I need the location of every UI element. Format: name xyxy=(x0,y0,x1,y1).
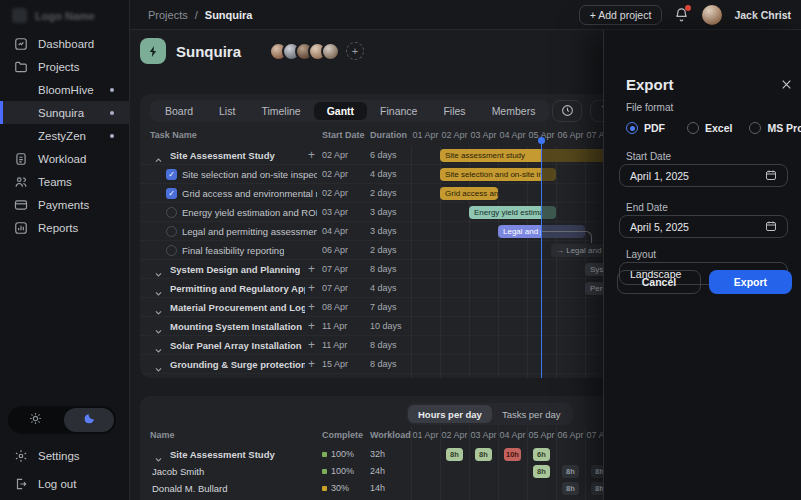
add-project-button[interactable]: + Add project xyxy=(579,5,663,25)
chevron-down-icon[interactable] xyxy=(154,284,163,293)
format-option-excel[interactable]: Excel xyxy=(687,122,732,134)
today-marker[interactable] xyxy=(538,137,545,144)
task-name: Legal and permitting assessment xyxy=(182,222,317,241)
breadcrumb-separator: / xyxy=(195,9,198,21)
hours-badge-green: 6h xyxy=(533,448,550,461)
chevron-down-icon[interactable] xyxy=(154,341,163,350)
task-duration: 3 days xyxy=(370,203,397,222)
task-name: Solar Panel Array Installation xyxy=(170,336,302,355)
task-name: Mounting System Installation xyxy=(170,317,302,336)
ghost-bar[interactable]: → Legal and permitting xyxy=(551,244,611,257)
chevron-down-icon[interactable] xyxy=(154,322,163,331)
light-mode-button[interactable] xyxy=(10,408,60,432)
plus-icon: + xyxy=(352,45,358,57)
logout-icon xyxy=(14,477,28,491)
checkbox-unchecked[interactable] xyxy=(166,245,177,256)
avatar[interactable] xyxy=(321,42,340,61)
radio-icon[interactable] xyxy=(626,122,638,134)
gantt-bar[interactable]: Energy yield estimation... xyxy=(469,206,556,219)
chevron-down-icon[interactable] xyxy=(154,265,163,274)
close-icon[interactable] xyxy=(780,77,793,90)
export-button[interactable]: Export xyxy=(709,270,792,294)
member-avatars[interactable] xyxy=(269,42,340,61)
task-start-date: 03 Apr xyxy=(322,203,348,222)
sidebar-item-label: Projects xyxy=(38,61,80,73)
checkbox-checked[interactable]: ✓ xyxy=(166,188,177,199)
chevron-down-icon[interactable] xyxy=(154,360,163,369)
dark-mode-button[interactable] xyxy=(64,408,114,432)
date-header: 01 Apr xyxy=(411,130,440,140)
app-logo: Logo Name xyxy=(12,8,95,23)
radio-icon[interactable] xyxy=(687,122,699,134)
add-subtask-button[interactable]: + xyxy=(308,146,315,165)
bar-label: Site assessment study xyxy=(440,149,542,162)
date-header: 02 Apr xyxy=(440,430,469,440)
chevron-up-icon[interactable] xyxy=(154,151,163,160)
user-avatar[interactable] xyxy=(702,5,722,25)
gantt-bar[interactable]: Site selection and on-site inspections xyxy=(440,168,556,181)
sidebar-item-dashboard[interactable]: Dashboard xyxy=(0,32,130,55)
project-dot xyxy=(110,88,114,92)
radio-icon[interactable] xyxy=(749,122,761,134)
add-subtask-button[interactable]: + xyxy=(308,355,315,374)
end-date-input[interactable]: April 5, 2025 xyxy=(619,215,788,238)
gantt-bar[interactable]: Site assessment study xyxy=(440,149,614,162)
task-name: Final feasibility reporting xyxy=(182,241,284,260)
bar-label: Site selection and on-site inspections xyxy=(440,168,542,181)
column-header-workload: Workload xyxy=(370,430,411,440)
add-subtask-button[interactable]: + xyxy=(308,279,315,298)
chevron-down-icon[interactable] xyxy=(154,303,163,312)
sidebar-item-sunquira[interactable]: Sunquira xyxy=(0,101,130,124)
settings-label: Settings xyxy=(38,450,80,462)
add-subtask-button[interactable]: + xyxy=(308,298,315,317)
complete-value: 100% xyxy=(322,463,354,480)
sidebar-item-teams[interactable]: Teams xyxy=(0,170,130,193)
sidebar-item-reports[interactable]: Reports xyxy=(0,216,130,239)
add-subtask-button[interactable]: + xyxy=(308,336,315,355)
sidebar-item-bloomhive[interactable]: BloomHive xyxy=(0,78,130,101)
add-member-button[interactable]: + xyxy=(346,42,364,60)
moon-icon xyxy=(83,411,96,429)
today-line xyxy=(541,141,543,378)
date-header: 02 Apr xyxy=(440,130,469,140)
task-duration: 4 days xyxy=(370,279,397,298)
theme-toggle[interactable] xyxy=(8,406,116,434)
checkbox-unchecked[interactable] xyxy=(166,207,177,218)
task-duration: 3 days xyxy=(370,222,397,241)
chevron-down-icon[interactable] xyxy=(154,450,163,459)
workload-hours: 14h xyxy=(370,480,385,497)
breadcrumb-projects[interactable]: Projects xyxy=(148,9,188,21)
end-date-label: End Date xyxy=(626,202,668,213)
format-option-ms-project[interactable]: MS Project xyxy=(749,122,801,134)
sidebar-item-logout[interactable]: Log out xyxy=(14,477,76,491)
sidebar-item-payments[interactable]: Payments xyxy=(0,193,130,216)
file-format-options: PDFExcelMS Project xyxy=(626,122,792,134)
gear-icon xyxy=(14,449,28,463)
start-date-input[interactable]: April 1, 2025 xyxy=(619,164,788,187)
add-subtask-button[interactable]: + xyxy=(308,317,315,336)
task-duration: 10 days xyxy=(370,317,402,336)
sidebar-item-workload[interactable]: Workload xyxy=(0,147,130,170)
sidebar-item-label: ZestyZen xyxy=(38,130,86,142)
task-start-date: 11 Apr xyxy=(322,317,347,336)
date-header: 03 Apr xyxy=(469,430,498,440)
task-duration: 7 days xyxy=(370,298,397,317)
format-option-pdf[interactable]: PDF xyxy=(626,122,665,134)
end-date-value: April 5, 2025 xyxy=(630,221,689,233)
checkbox-unchecked[interactable] xyxy=(166,226,177,237)
cancel-button[interactable]: Cancel xyxy=(617,270,701,294)
notifications-button[interactable] xyxy=(674,7,690,23)
add-subtask-button[interactable]: + xyxy=(308,260,315,279)
sidebar-item-settings[interactable]: Settings xyxy=(14,449,80,463)
sidebar-item-projects[interactable]: Projects xyxy=(0,55,130,78)
sidebar-item-zestyzen[interactable]: ZestyZen xyxy=(0,124,130,147)
topbar: Projects / Sunquira + Add project Jack C… xyxy=(130,0,801,30)
task-duration: 2 days xyxy=(370,241,397,260)
sidebar-item-label: BloomHive xyxy=(38,84,94,96)
sidebar-item-label: Sunquira xyxy=(38,107,84,119)
bar-remaining xyxy=(542,206,557,219)
folder-icon xyxy=(14,60,28,74)
gantt-bar[interactable]: Grid access and en... xyxy=(440,187,498,200)
checkbox-checked[interactable]: ✓ xyxy=(166,169,177,180)
task-start-date: 02 Apr xyxy=(322,184,348,203)
